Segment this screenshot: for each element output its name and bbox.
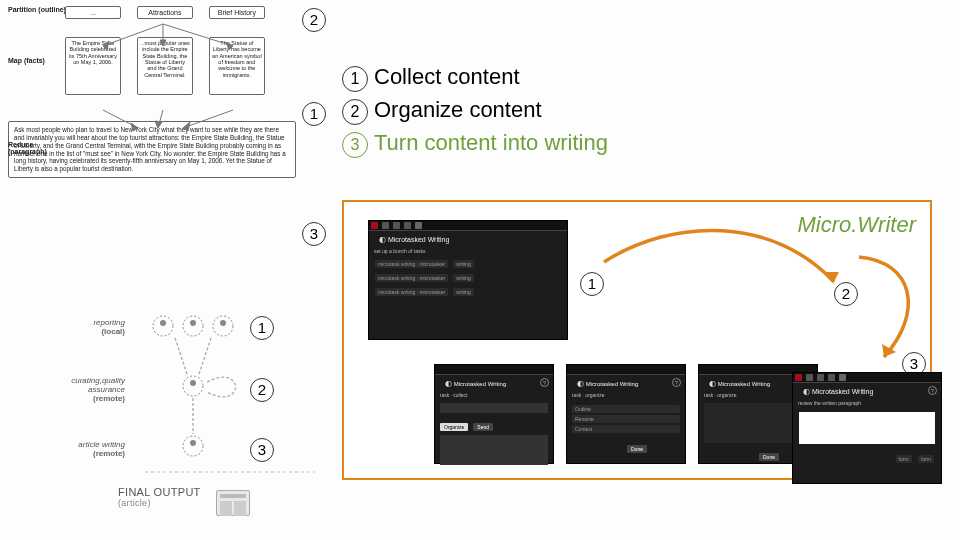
tree-fact: The Statue of Liberty has become an Amer… (209, 37, 265, 95)
legend-num-1: 1 (342, 66, 368, 92)
flow-step-1: 1 (250, 316, 274, 340)
legend-num-2: 2 (342, 99, 368, 125)
legend-text-1: Collect content (374, 64, 520, 89)
step-badge-1: 1 (302, 102, 326, 126)
svg-line-16 (175, 338, 187, 374)
legend-num-3: 3 (342, 132, 368, 158)
reduce-label: Reduce (paragraph) (8, 141, 63, 155)
screenshot-small-1: ◐ Microtasked Writing? task · collect Or… (434, 364, 554, 464)
flow-step-3: 3 (250, 438, 274, 462)
map-label: Map (facts) (8, 57, 63, 64)
final-output-label: FINAL OUTPUT (article) (118, 486, 201, 508)
legend-text-3: Turn content into writing (374, 130, 608, 155)
tree-fact: ...most popular ones include the Empire … (137, 37, 193, 95)
legend-text-2: Organize content (374, 97, 542, 122)
panel-step-1: 1 (580, 272, 604, 296)
tree-node: Brief History (209, 6, 265, 19)
screenshot-final: ◐ Microtasked Writing? review the writte… (792, 372, 942, 484)
tree-node: ... (65, 6, 121, 19)
svg-line-17 (199, 338, 211, 374)
tree-node: Attractions (137, 6, 193, 19)
arrow-2-to-3 (844, 242, 944, 372)
step-badge-3: 3 (302, 222, 326, 246)
newspaper-icon (216, 490, 250, 516)
shot-sub: set up a bunch of tasks (369, 248, 567, 257)
tree-fact: The Empire State Building celebrated its… (65, 37, 121, 95)
partition-label: Partition (outline) (8, 6, 63, 13)
shot-title: Microtasked Writing (388, 236, 449, 243)
panel-step-2: 2 (834, 282, 858, 306)
flow-step-2: 2 (250, 378, 274, 402)
screenshot-main: ◐ Microtasked Writing set up a bunch of … (368, 220, 568, 340)
workflow-graph (145, 312, 315, 512)
panel-title: Micro.Writer (797, 212, 916, 238)
svg-marker-12 (824, 272, 839, 282)
content-tree-figure: Partition (outline) ... Attractions Brie… (8, 6, 296, 178)
step-badge-2: 2 (302, 8, 326, 32)
step-legend: 1Collect content 2Organize content 3Turn… (342, 60, 608, 159)
svg-marker-13 (882, 344, 896, 357)
screenshot-small-2: ◐ Microtasked Writing? task · organize O… (566, 364, 686, 464)
